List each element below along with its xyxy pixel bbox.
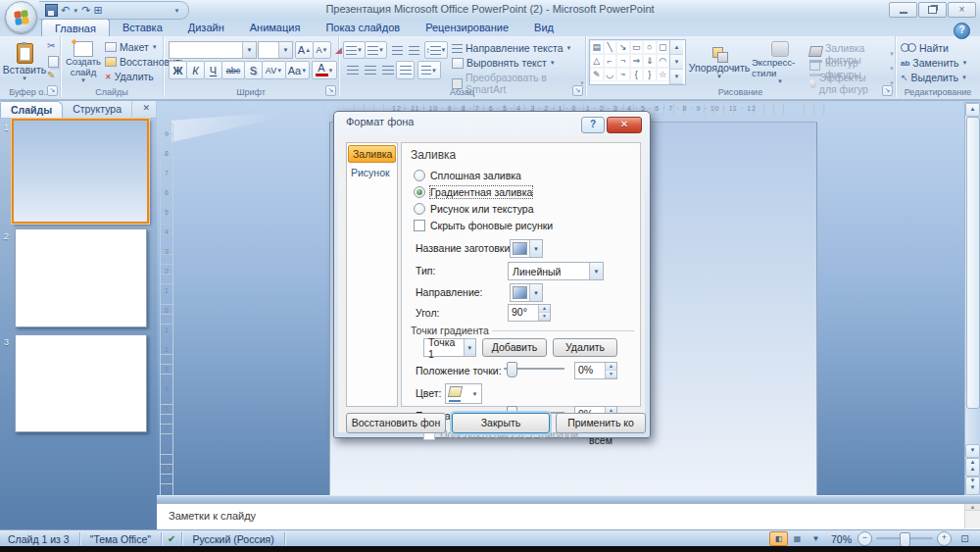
help-icon[interactable]: ? — [954, 23, 970, 39]
character-spacing-button[interactable]: AV▼ — [262, 61, 286, 79]
cut-icon[interactable]: ✂ — [47, 40, 55, 51]
text-shadow-button[interactable]: S — [244, 61, 263, 79]
close-button[interactable]: × — [948, 2, 976, 18]
reset-background-button[interactable]: Восстановить фон — [346, 413, 446, 433]
fit-to-window-icon[interactable]: ⊡ — [956, 531, 974, 546]
notes-pane[interactable]: Заметки к слайду — [157, 503, 980, 530]
increase-indent-icon[interactable] — [405, 41, 422, 59]
panel-close-icon[interactable]: ✕ — [136, 101, 156, 118]
remove-stop-button[interactable]: Удалить — [553, 338, 617, 357]
panel-tab-outline[interactable]: Структура — [63, 101, 132, 118]
delete-slide-button[interactable]: ✕ Удалить — [105, 71, 154, 82]
tab-design[interactable]: Дизайн — [175, 20, 237, 36]
shape-right-brace-icon[interactable]: } — [643, 68, 657, 81]
redo-icon[interactable]: ↷ — [81, 5, 90, 16]
zoom-slider-thumb-icon[interactable] — [900, 532, 910, 547]
line-spacing-button[interactable]: ↕▼ — [424, 41, 448, 59]
tab-view[interactable]: Вид — [521, 20, 566, 36]
qat-customize-icon[interactable]: ▼ — [174, 8, 180, 14]
checkbox-hide-background[interactable]: Скрыть фоновые рисунки — [414, 220, 553, 231]
zoom-slider[interactable] — [876, 537, 933, 540]
replace-button[interactable]: ab Заменить ▼ — [901, 57, 967, 69]
status-slide-counter[interactable]: Слайд 1 из 3 — [4, 533, 74, 545]
shape-rounded-rectangle-icon[interactable]: ▢ — [657, 40, 670, 54]
direction-dropdown[interactable]: ▼ — [510, 283, 543, 302]
shape-right-arrow-icon[interactable]: ⇒ — [630, 54, 644, 68]
position-spin-icons[interactable]: ▲▼ — [605, 363, 616, 378]
angle-spinner[interactable]: 90° ▲▼ — [508, 304, 551, 322]
radio-picture-fill[interactable]: Рисунок или текстура — [414, 203, 534, 215]
stop-combo[interactable]: Точка 1▼ — [423, 338, 476, 357]
angle-spin-icons[interactable]: ▲▼ — [538, 305, 550, 321]
zoom-out-icon[interactable]: − — [858, 531, 872, 546]
shape-arrow-icon[interactable]: ↘ — [616, 40, 630, 54]
stop-position-thumb-icon[interactable] — [507, 362, 517, 377]
nav-item-picture[interactable]: Рисунок — [347, 165, 397, 180]
align-text-button[interactable]: Выровнять текст ▼ — [452, 57, 556, 69]
restore-button[interactable] — [918, 2, 947, 18]
shape-triangle-icon[interactable]: △ — [590, 54, 604, 68]
shape-curve-icon[interactable]: ◡ — [604, 68, 617, 81]
shapes-scroll-up-icon[interactable]: ▲ — [670, 40, 683, 55]
shrink-font-button[interactable]: А▼ — [313, 41, 331, 59]
grow-font-button[interactable]: А▲ — [295, 41, 314, 59]
slideshow-from-start-icon[interactable]: ⊞ — [93, 5, 102, 16]
radio-gradient-fill[interactable]: Градиентная заливка — [414, 186, 532, 198]
tab-home[interactable]: Главная — [41, 19, 110, 36]
slide-sorter-view-icon[interactable]: ▦ — [788, 531, 807, 546]
quick-styles-button[interactable]: Экспресс-стили ▼ — [751, 39, 809, 86]
paragraph-dialog-launcher-icon[interactable]: ↘ — [572, 85, 583, 96]
zoom-level[interactable]: 70% — [825, 533, 858, 545]
align-right-icon[interactable] — [378, 61, 397, 79]
scroll-down-icon[interactable]: ▼ — [965, 444, 980, 458]
clipboard-dialog-launcher-icon[interactable]: ↘ — [47, 85, 58, 96]
select-button[interactable]: ↖ Выделить ▼ — [901, 72, 967, 83]
shape-line-icon[interactable]: ╲ — [604, 40, 617, 54]
radio-solid-fill[interactable]: Сплошная заливка — [414, 170, 521, 181]
undo-icon[interactable]: ↶ — [61, 5, 70, 16]
tab-insert[interactable]: Вставка — [110, 20, 175, 36]
minimize-button[interactable] — [889, 2, 917, 18]
justify-icon[interactable] — [396, 61, 415, 79]
office-button[interactable] — [5, 1, 37, 33]
find-button[interactable]: Найти — [901, 42, 949, 54]
layout-button[interactable]: Макет ▼ — [105, 41, 158, 53]
tab-animation[interactable]: Анимация — [237, 20, 314, 36]
change-case-button[interactable]: Aa▼ — [285, 61, 310, 79]
paste-button[interactable]: Вставить ▼ — [3, 39, 46, 85]
slide-thumbnail-1[interactable] — [12, 119, 149, 224]
save-icon[interactable] — [45, 4, 58, 17]
arrange-button[interactable]: Упорядочить ▼ — [688, 39, 751, 86]
vertical-scrollbar[interactable]: ▲ ▼ ▲▲ ▼▼ — [964, 102, 980, 498]
color-dropdown[interactable]: ▼ — [445, 383, 482, 404]
shapes-more-icon[interactable]: ▼ — [670, 70, 683, 84]
align-center-icon[interactable] — [361, 61, 379, 79]
decrease-indent-icon[interactable] — [388, 41, 406, 59]
shape-placeholder-icon[interactable]: ▤ — [590, 40, 604, 54]
shape-scribble-icon[interactable]: ✎ — [590, 68, 604, 81]
font-name-combo[interactable]: ▼ — [169, 41, 257, 59]
shape-elbow-connector-icon[interactable]: ⌐ — [604, 54, 617, 68]
spellcheck-icon[interactable]: ✔ — [168, 533, 175, 544]
slide-thumbnail-2[interactable] — [15, 228, 147, 327]
shape-left-brace-icon[interactable]: { — [630, 68, 644, 81]
dialog-close-button[interactable]: ✕ — [607, 117, 642, 133]
bold-button[interactable]: Ж — [169, 61, 187, 79]
stop-position-spinner[interactable]: 0% ▲▼ — [574, 362, 617, 379]
align-left-icon[interactable] — [343, 61, 362, 79]
dialog-help-button[interactable]: ? — [581, 117, 605, 133]
shape-elbow-arrow-icon[interactable]: ¬ — [616, 54, 630, 68]
next-slide-icon[interactable]: ▼▼ — [965, 477, 980, 495]
undo-dropdown-icon[interactable]: ▼ — [73, 8, 78, 14]
apply-to-all-button[interactable]: Применить ко всем — [556, 413, 646, 433]
scroll-up-icon[interactable]: ▲ — [965, 103, 980, 117]
slide-thumbnail-3[interactable] — [15, 334, 147, 432]
stop-position-slider[interactable] — [504, 362, 564, 376]
format-painter-icon[interactable]: ✎ — [47, 70, 55, 80]
bullets-button[interactable]: ▼ — [343, 41, 366, 59]
font-color-button[interactable]: А ▼ — [312, 61, 337, 79]
tab-review[interactable]: Рецензирование — [413, 20, 521, 36]
type-combo[interactable]: Линейный▼ — [508, 262, 604, 280]
preset-dropdown[interactable]: ▼ — [510, 239, 543, 258]
slideshow-view-icon[interactable]: ▼ — [807, 531, 825, 546]
